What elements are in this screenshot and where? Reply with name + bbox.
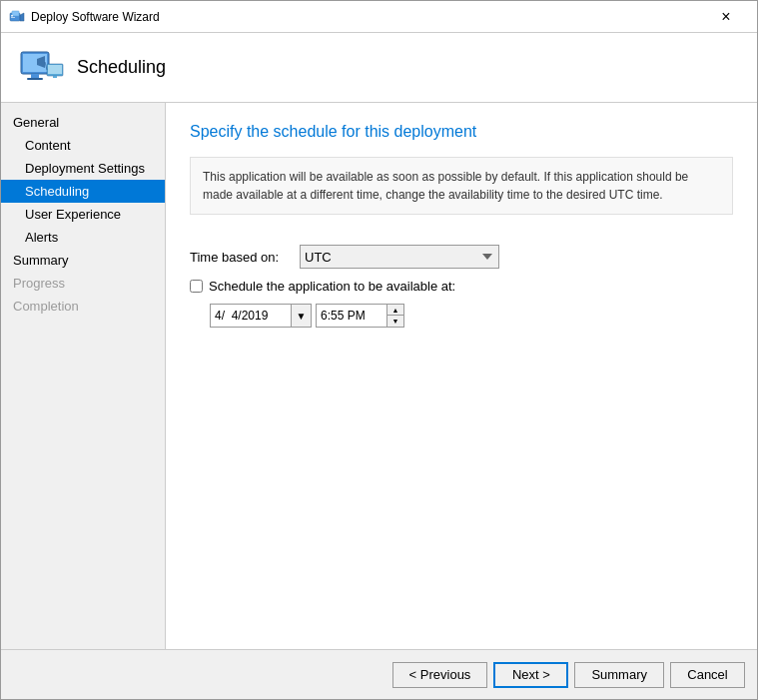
svg-rect-4 [11, 17, 15, 18]
sidebar: General Content Deployment Settings Sche… [1, 103, 166, 649]
previous-button[interactable]: < Previous [392, 662, 488, 688]
wizard-header-title: Scheduling [77, 57, 166, 78]
sidebar-item-scheduling[interactable]: Scheduling [1, 180, 165, 203]
schedule-checkbox-row: Schedule the application to be available… [190, 279, 733, 294]
summary-button[interactable]: Summary [574, 662, 664, 688]
sidebar-item-general[interactable]: General [1, 111, 165, 134]
time-input[interactable] [317, 305, 386, 327]
sidebar-item-completion: Completion [1, 295, 165, 318]
svg-rect-3 [11, 15, 13, 17]
time-input-wrapper: ▲ ▼ [316, 304, 404, 328]
next-button[interactable]: Next > [493, 662, 568, 688]
footer: < Previous Next > Summary Cancel [1, 649, 757, 699]
sidebar-item-summary[interactable]: Summary [1, 249, 165, 272]
sidebar-item-user-experience[interactable]: User Experience [1, 203, 165, 226]
date-time-row: ▼ ▲ ▼ [210, 304, 733, 328]
date-picker-button[interactable]: ▼ [291, 305, 311, 327]
wizard-icon [17, 44, 65, 92]
date-input[interactable] [211, 305, 291, 327]
schedule-checkbox[interactable] [190, 280, 203, 293]
date-input-wrapper: ▼ [210, 304, 312, 328]
wizard-header: Scheduling [1, 33, 757, 103]
svg-rect-11 [48, 65, 62, 74]
time-increment-button[interactable]: ▲ [387, 305, 403, 316]
svg-rect-1 [12, 11, 19, 16]
svg-rect-7 [31, 74, 39, 78]
sidebar-item-content[interactable]: Content [1, 134, 165, 157]
time-decrement-button[interactable]: ▼ [387, 316, 403, 327]
form-section: Time based on: UTC Schedule the applicat… [190, 245, 733, 328]
sidebar-item-progress: Progress [1, 272, 165, 295]
wizard-body: General Content Deployment Settings Sche… [1, 103, 757, 649]
schedule-checkbox-label[interactable]: Schedule the application to be available… [209, 279, 455, 294]
svg-rect-8 [27, 78, 43, 80]
title-bar: Deploy Software Wizard × [1, 1, 757, 33]
time-based-row: Time based on: UTC [190, 245, 733, 269]
close-button[interactable]: × [703, 1, 749, 33]
app-icon [9, 9, 25, 25]
sidebar-item-deployment-settings[interactable]: Deployment Settings [1, 157, 165, 180]
svg-rect-12 [53, 76, 57, 78]
svg-marker-2 [20, 13, 24, 21]
title-bar-text: Deploy Software Wizard [31, 10, 703, 24]
main-heading: Specify the schedule for this deployment [190, 123, 733, 141]
info-box: This application will be available as so… [190, 157, 733, 215]
main-content: Specify the schedule for this deployment… [166, 103, 757, 649]
time-based-label: Time based on: [190, 250, 300, 265]
wizard-window: Deploy Software Wizard × Scheduling [0, 0, 758, 700]
time-spinner: ▲ ▼ [386, 305, 403, 327]
sidebar-item-alerts[interactable]: Alerts [1, 226, 165, 249]
cancel-button[interactable]: Cancel [670, 662, 745, 688]
time-based-select[interactable]: UTC [300, 245, 499, 269]
